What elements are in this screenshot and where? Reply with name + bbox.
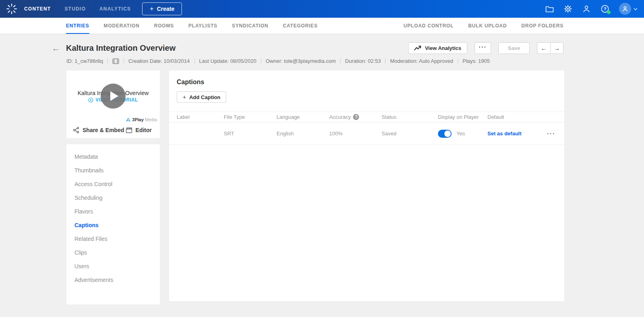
brand-bold: 3Play — [132, 117, 144, 122]
user-icon[interactable] — [582, 4, 591, 13]
share-embed-label: Share & Embed — [83, 127, 124, 133]
gear-icon[interactable] — [564, 4, 572, 13]
content-subnav: ENTRIES MODERATION ROOMS PLAYLISTS SYNDI… — [0, 18, 644, 34]
media-type-icon — [112, 58, 119, 64]
play-icon — [110, 91, 118, 101]
captions-panel: Captions + Add Caption Label File Type L… — [169, 70, 564, 301]
tab-entries[interactable]: ENTRIES — [66, 18, 89, 34]
caption-row: SRT English 100% Saved Yes Set as defaul… — [169, 122, 564, 145]
subnav-right: UPLOAD CONTROL BULK UPLOAD DROP FOLDERS — [404, 18, 564, 34]
divider — [261, 58, 261, 64]
header-actions: View Analytics ··· Save ← → — [408, 42, 564, 54]
sidebar-item-related-files[interactable]: Related Files — [66, 232, 160, 246]
col-default: Default — [487, 114, 540, 120]
divider — [107, 58, 108, 64]
sidebar-item-flavors[interactable]: Flavors — [66, 205, 160, 218]
tab-moderation[interactable]: MODERATION — [104, 18, 140, 34]
folder-icon[interactable] — [545, 4, 554, 13]
help-icon[interactable]: ? — [601, 4, 609, 13]
play-button[interactable] — [101, 84, 126, 109]
create-button-label: Create — [157, 6, 175, 12]
tab-drop-folders[interactable]: DROP FOLDERS — [521, 18, 564, 34]
meta-moderation: Moderation: Auto Approved — [390, 58, 453, 64]
captions-table-header: Label File Type Language Accuracy ? Stat… — [169, 112, 564, 122]
tab-categories[interactable]: CATEGORIES — [283, 18, 318, 34]
caption-status-cell: Saved — [382, 131, 438, 137]
entry-sections-menu: Metadata Thumbnails Access Control Sched… — [66, 144, 160, 305]
sidebar-item-scheduling[interactable]: Scheduling — [66, 191, 160, 205]
caption-file-type-cell: SRT — [224, 131, 277, 137]
sidebar-item-users[interactable]: Users — [66, 259, 160, 273]
editor-label: Editor — [136, 127, 152, 133]
tab-playlists[interactable]: PLAYLISTS — [188, 18, 217, 34]
next-entry-button[interactable]: → — [550, 42, 564, 54]
caption-language-cell: English — [277, 131, 329, 137]
video-thumbnail[interactable]: Kaltura Integration Overview VIDEO TUTOR… — [66, 70, 160, 124]
captions-table: Label File Type Language Accuracy ? Stat… — [169, 112, 564, 145]
left-column: Kaltura Integration Overview VIDEO TUTOR… — [66, 70, 160, 305]
view-analytics-label: View Analytics — [425, 45, 461, 51]
svg-text:?: ? — [604, 6, 607, 11]
nav-studio[interactable]: STUDIO — [64, 6, 86, 12]
meta-creation-date: Creation Date: 10/03/2014 — [128, 58, 190, 64]
editor-button[interactable]: Editor — [126, 127, 152, 133]
tab-rooms[interactable]: ROOMS — [154, 18, 174, 34]
kaltura-logo[interactable] — [4, 1, 19, 17]
share-embed-button[interactable]: Share & Embed — [73, 127, 124, 133]
threeplay-icon — [126, 117, 131, 122]
back-button[interactable]: ← — [52, 43, 66, 54]
caption-row-more-button[interactable]: ··· — [547, 133, 555, 135]
add-caption-label: Add Caption — [189, 94, 220, 100]
tab-upload-control[interactable]: UPLOAD CONTROL — [404, 18, 454, 34]
sidebar-item-advertisements[interactable]: Advertisements — [66, 273, 160, 287]
meta-owner: Owner: tole@3playmedia.com — [266, 58, 336, 64]
save-button[interactable]: Save — [498, 42, 530, 54]
entry-pager: ← → — [537, 42, 564, 54]
chevron-down-icon — [634, 8, 638, 10]
entry-id: ID: 1_cw786r8q — [66, 58, 103, 64]
accuracy-help-icon[interactable]: ? — [353, 114, 359, 120]
previous-entry-button[interactable]: ← — [537, 42, 550, 54]
entry-more-button[interactable]: ··· — [475, 42, 491, 54]
player-card: Kaltura Integration Overview VIDEO TUTOR… — [66, 70, 160, 138]
nav-content[interactable]: CONTENT — [24, 6, 51, 12]
plus-icon: + — [150, 6, 153, 12]
avatar — [619, 3, 631, 15]
plus-icon: + — [183, 94, 186, 100]
display-on-player-toggle[interactable] — [438, 130, 452, 138]
col-file-type: File Type — [224, 114, 277, 120]
sidebar-item-clips[interactable]: Clips — [66, 246, 160, 259]
brand-light: Media — [145, 117, 157, 122]
col-accuracy-label: Accuracy — [329, 114, 351, 120]
topbar: CONTENT STUDIO ANALYTICS + Create — [0, 0, 644, 18]
set-as-default-link[interactable]: Set as default — [487, 131, 522, 137]
divider — [124, 58, 124, 64]
meta-plays: Plays: 1905 — [462, 58, 490, 64]
tab-bulk-upload[interactable]: BULK UPLOAD — [468, 18, 507, 34]
chart-line-icon — [414, 46, 421, 51]
divider — [385, 58, 386, 64]
clapperboard-icon — [126, 127, 132, 133]
sidebar-item-metadata[interactable]: Metadata — [66, 150, 160, 164]
caption-display-cell: Yes — [438, 130, 487, 138]
brand-logo: 3PlayMedia — [126, 117, 157, 122]
entry-meta-bar: ID: 1_cw786r8q Creation Date: 10/03/2014… — [0, 54, 644, 64]
notification-badge — [607, 10, 611, 14]
entry-header: ← Kaltura Integration Overview View Anal… — [0, 34, 644, 54]
page-title: Kaltura Integration Overview — [66, 44, 175, 53]
view-analytics-button[interactable]: View Analytics — [408, 42, 467, 54]
account-menu[interactable] — [619, 3, 638, 15]
tab-syndication[interactable]: SYNDICATION — [232, 18, 268, 34]
create-button[interactable]: + Create — [142, 2, 182, 15]
subnav-left: ENTRIES MODERATION ROOMS PLAYLISTS SYNDI… — [66, 18, 318, 34]
add-caption-button[interactable]: + Add Caption — [177, 91, 226, 103]
thumbnail-actions: Share & Embed Editor — [66, 124, 160, 138]
sidebar-item-thumbnails[interactable]: Thumbnails — [66, 164, 160, 177]
display-on-player-value: Yes — [456, 131, 465, 137]
share-icon — [73, 127, 79, 133]
sidebar-item-captions[interactable]: Captions — [66, 218, 160, 232]
caption-default-cell: Set as default — [487, 131, 540, 137]
divider — [458, 58, 458, 64]
sidebar-item-access-control[interactable]: Access Control — [66, 177, 160, 191]
nav-analytics[interactable]: ANALYTICS — [99, 6, 131, 12]
